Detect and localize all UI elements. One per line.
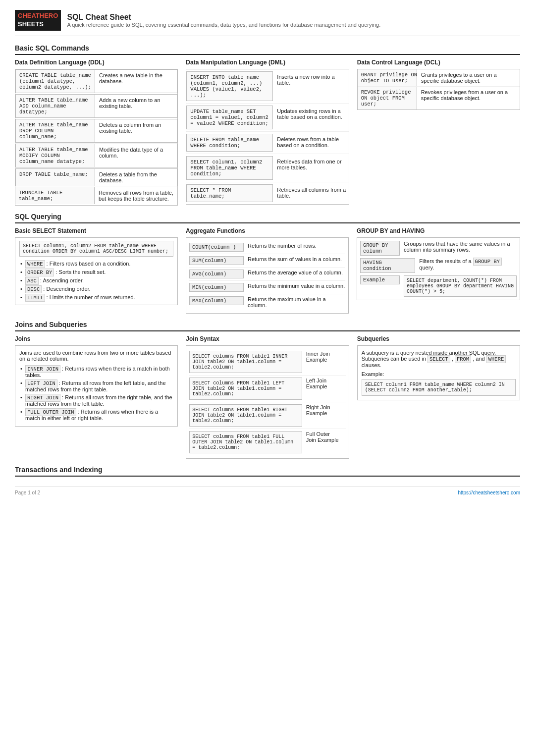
table-row: SELECT * FROM table_name; Retrieves all … — [186, 182, 348, 204]
aggregate-table: COUNT(column ) Returns the number of row… — [186, 237, 349, 314]
dml-table: INSERT INTO table_name (column1, column2… — [186, 69, 349, 205]
join-code-2: SELECT columns FROM table1 LEFT JOIN tab… — [189, 378, 302, 400]
dcl-section: Data Control Language (DCL) GRANT privil… — [357, 59, 520, 206]
ddl-desc-4: Modifies the data type of a column. — [95, 144, 177, 167]
joins-bullets: INNER JOIN : Returns rows when there is … — [19, 365, 173, 422]
logo-hero: HERO — [40, 12, 58, 19]
list-item: ORDER BY : Sorts the result set. — [19, 268, 173, 276]
ddl-code-6: TRUNCATE TABLE table_name; — [15, 187, 95, 204]
logo-cheat: CHEAT — [18, 12, 40, 19]
table-row: ALTER TABLE table_name MODIFY COLUMN col… — [15, 144, 177, 167]
table-row: SUM(column) Returns the sum of values in… — [189, 254, 345, 268]
bullet-asc: ASC : Ascending order. — [25, 277, 84, 283]
join-label-4: Full OuterJoin Example — [306, 431, 346, 453]
bullet-desc: DESC : Descending order. — [25, 286, 91, 292]
agg-desc-4: Returns the minimum value in a column. — [248, 283, 345, 292]
agg-code-2: SUM(column) — [189, 256, 244, 265]
grp-desc-2: Filters the results of a GROUP BY query. — [419, 258, 517, 273]
table-row: TRUNCATE TABLE table_name; Removes all r… — [15, 187, 177, 204]
grp-key-2: HAVING condition — [360, 258, 415, 273]
logo-sheets: SHEETS — [18, 20, 58, 29]
list-item: FULL OUTER JOIN : Returns all rows when … — [19, 408, 173, 422]
list-item: ASC : Ascending order. — [19, 276, 173, 285]
ddl-code-1: CREATE TABLE table_name (column1 datatyp… — [16, 70, 95, 93]
table-row: REVOKE privilege ON object FROM user; Re… — [358, 87, 520, 109]
bullet-orderby: ORDER BY : Sorts the result set. — [25, 269, 106, 275]
dml-code-5: SELECT * FROM table_name; — [186, 184, 273, 202]
dml-code-3: DELETE FROM table_name WHERE condition; — [186, 134, 273, 152]
joins-box: Joins are used to combine rows from two … — [15, 345, 178, 427]
list-item: WHERE : Filters rows based on a conditio… — [19, 260, 173, 268]
ddl-desc-6: Removes all rows from a table, but keeps… — [95, 187, 177, 204]
join-syntax-box: SELECT columns FROM table1 INNER JOIN ta… — [186, 345, 349, 459]
ddl-code-2: ALTER TABLE table_name ADD column_name d… — [16, 95, 95, 117]
list-item: INNER JOIN : Returns rows when there is … — [19, 365, 173, 379]
agg-desc-2: Returns the sum of values in a column. — [248, 256, 342, 265]
joins-section-box: Joins Joins are used to combine rows fro… — [15, 335, 178, 459]
subqueries-section: Subqueries A subquery is a query nested … — [357, 335, 520, 459]
subqueries-box: A subquery is a query nested inside anot… — [357, 345, 520, 400]
table-row: SELECT column1, column2 FROM table_name … — [186, 154, 348, 182]
subqueries-title: Subqueries — [357, 335, 520, 342]
list-item: LIMIT : Limits the number of rows return… — [19, 293, 173, 302]
grp-desc-1: Groups rows that have the same values in… — [404, 241, 517, 256]
dcl-table: GRANT privilege ON object TO user; Grant… — [357, 69, 520, 110]
table-row: AVG(column) Returns the average value of… — [189, 268, 345, 281]
basic-select-title: Basic SELECT Statement — [15, 227, 178, 234]
ddl-desc-5: Deletes a table from the database. — [95, 169, 177, 186]
footer-url[interactable]: https://cheatsheetshero.com — [458, 490, 520, 495]
join-code-1: SELECT columns FROM table1 INNER JOIN ta… — [189, 351, 302, 373]
join-code-3: SELECT columns FROM table1 RIGHT JOIN ta… — [189, 404, 302, 427]
querying-grid: Basic SELECT Statement SELECT column1, c… — [15, 227, 520, 314]
join-syntax-section: Join Syntax SELECT columns FROM table1 I… — [186, 335, 349, 459]
groupby-section: GROUP BY and HAVING GROUP BY column Grou… — [357, 227, 520, 314]
ddl-desc-2: Adds a new column to an existing table. — [95, 95, 177, 117]
list-item: RIGHT JOIN : Returns all rows from the r… — [19, 393, 173, 408]
basic-select-section: Basic SELECT Statement SELECT column1, c… — [15, 227, 178, 314]
table-row: UPDATE table_name SET column1 = value1, … — [186, 104, 348, 132]
table-row: INSERT INTO table_name (column1, column2… — [186, 69, 348, 104]
agg-desc-1: Returns the number of rows. — [248, 243, 317, 252]
dcl-desc-1: Grants privileges to a user on a specifi… — [417, 69, 520, 86]
joins-intro: Joins are used to combine rows from two … — [19, 350, 173, 362]
select-bullets: WHERE : Filters rows based on a conditio… — [19, 260, 173, 302]
page-title: SQL Cheat Sheet — [67, 13, 380, 22]
dml-desc-2: Updates existing rows in a table based o… — [277, 106, 348, 129]
logo: CHEATHERO SHEETS — [15, 10, 61, 31]
dcl-desc-2: Revokes privileges from a user on a spec… — [417, 87, 520, 109]
join-label-3: Right JoinExample — [306, 404, 346, 427]
ddl-desc-1: Creates a new table in the database. — [95, 70, 177, 93]
page-number: Page 1 of 2 — [15, 490, 40, 495]
ddl-title: Data Definition Language (DDL) — [15, 59, 178, 66]
table-row: CREATE TABLE table_name (column1 datatyp… — [15, 69, 177, 93]
agg-code-5: MAX(column) — [189, 296, 244, 305]
agg-desc-5: Returns the maximum value in a column. — [248, 296, 345, 308]
table-row: MIN(column) Returns the minimum value in… — [189, 281, 345, 294]
joins-title: Joins — [15, 335, 178, 342]
join-code-4: SELECT columns FROM table1 FULL OUTER JO… — [189, 431, 302, 453]
join-label-2: Left JoinExample — [306, 378, 346, 400]
grp-key-1: GROUP BY column — [360, 241, 400, 256]
table-row: COUNT(column ) Returns the number of row… — [189, 241, 345, 254]
header-text: SQL Cheat Sheet A quick reference guide … — [67, 13, 380, 28]
join-label-1: Inner JoinExample — [306, 351, 346, 373]
agg-desc-3: Returns the average value of a column. — [248, 270, 343, 278]
select-box: SELECT column1, column2 FROM table_name … — [15, 237, 178, 305]
section-joins: Joins and Subqueries — [15, 321, 520, 331]
join-syntax-title: Join Syntax — [186, 335, 349, 342]
ddl-code-5: DROP TABLE table_name; — [16, 169, 95, 186]
ddl-code-3: ALTER TABLE table_name DROP COLUMN colum… — [16, 119, 95, 142]
table-row: SELECT columns FROM table1 LEFT JOIN tab… — [189, 376, 345, 402]
table-row: DROP TABLE table_name; Deletes a table f… — [15, 168, 177, 186]
dml-code-4: SELECT column1, column2 FROM table_name … — [186, 156, 273, 180]
page-subtitle: A quick reference guide to SQL, covering… — [67, 22, 380, 28]
section-transactions: Transactions and Indexing — [15, 466, 520, 477]
dcl-code-2: REVOKE privilege ON object FROM user; — [358, 87, 417, 109]
ddl-code-4: ALTER TABLE table_name MODIFY COLUMN col… — [16, 144, 95, 167]
subqueries-example-label: Example: — [362, 371, 516, 377]
bullet-where: WHERE : Filters rows based on a conditio… — [25, 261, 131, 267]
table-row: SELECT columns FROM table1 FULL OUTER JO… — [189, 429, 345, 455]
dml-title: Data Manipulation Language (DML) — [186, 59, 349, 66]
aggregate-title: Aggregate Functions — [186, 227, 349, 234]
table-row: Example SELECT department, COUNT(*) FROM… — [360, 275, 517, 297]
